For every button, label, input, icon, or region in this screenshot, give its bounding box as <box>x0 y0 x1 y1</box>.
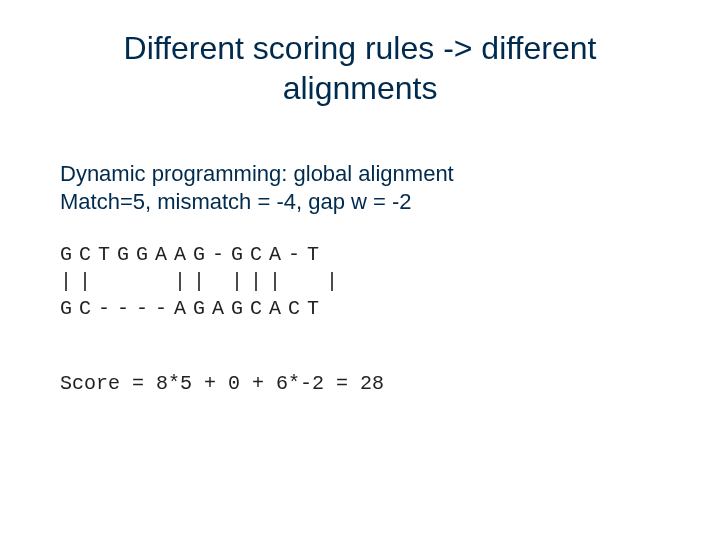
alignment-seq1: GCTGGAAG-GCA-T <box>60 243 326 266</box>
alignment-seq2: GC----AGAGCACT <box>60 297 326 320</box>
body-line-2: Match=5, mismatch = -4, gap w = -2 <box>60 188 660 216</box>
slide: Different scoring rules -> different ali… <box>0 0 720 540</box>
alignment-bars: || || ||| | <box>60 270 345 293</box>
alignment-block: GCTGGAAG-GCA-T || || ||| | GC----AGAGCAC… <box>60 241 660 322</box>
score-line: Score = 8*5 + 0 + 6*-2 = 28 <box>60 372 660 395</box>
slide-title: Different scoring rules -> different ali… <box>80 28 640 108</box>
slide-body: Dynamic programming: global alignment Ma… <box>60 160 660 395</box>
body-line-1: Dynamic programming: global alignment <box>60 160 660 188</box>
